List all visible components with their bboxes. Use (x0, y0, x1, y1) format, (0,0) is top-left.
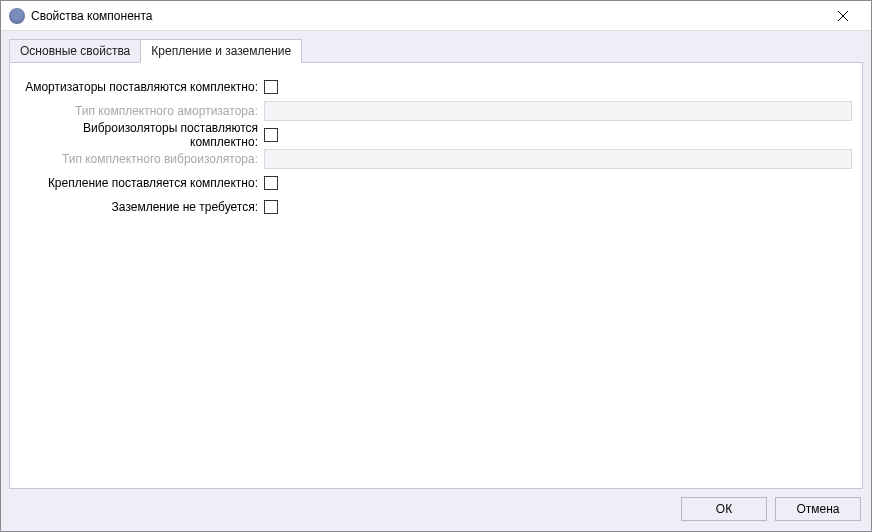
row-mounting-supplied: Крепление поставляется комплектно: (20, 171, 852, 195)
label-shock-absorbers-supplied: Амортизаторы поставляются комплектно: (20, 80, 264, 94)
checkbox-mounting-supplied[interactable] (264, 176, 278, 190)
titlebar: Свойства компонента (1, 1, 871, 31)
row-vibro-isolators-supplied: Виброизоляторы поставляются комплектно: (20, 123, 852, 147)
tab-panel: Амортизаторы поставляются комплектно: Ти… (9, 62, 863, 489)
close-button[interactable] (823, 2, 863, 30)
app-icon (9, 8, 25, 24)
label-shock-absorber-type: Тип комплектного амортизатора: (20, 104, 264, 118)
ok-button[interactable]: ОК (681, 497, 767, 521)
checkbox-shock-absorbers-supplied[interactable] (264, 80, 278, 94)
close-icon (838, 11, 848, 21)
label-vibro-isolators-supplied: Виброизоляторы поставляются комплектно: (20, 121, 264, 149)
input-vibro-isolator-type (264, 149, 852, 169)
label-vibro-isolator-type: Тип комплектного виброизолятора: (20, 152, 264, 166)
label-grounding-not-required: Заземление не требуется: (20, 200, 264, 214)
input-shock-absorber-type (264, 101, 852, 121)
tab-main-properties[interactable]: Основные свойства (9, 39, 141, 63)
row-shock-absorbers-supplied: Амортизаторы поставляются комплектно: (20, 75, 852, 99)
label-mounting-supplied: Крепление поставляется комплектно: (20, 176, 264, 190)
row-shock-absorber-type: Тип комплектного амортизатора: (20, 99, 852, 123)
checkbox-vibro-isolators-supplied[interactable] (264, 128, 278, 142)
button-bar: ОК Отмена (9, 489, 863, 523)
tabs: Основные свойства Крепление и заземление (9, 39, 863, 63)
cancel-button[interactable]: Отмена (775, 497, 861, 521)
row-vibro-isolator-type: Тип комплектного виброизолятора: (20, 147, 852, 171)
checkbox-grounding-not-required[interactable] (264, 200, 278, 214)
row-grounding-not-required: Заземление не требуется: (20, 195, 852, 219)
content-area: Основные свойства Крепление и заземление… (1, 31, 871, 531)
tab-mounting-grounding[interactable]: Крепление и заземление (140, 39, 302, 63)
window-title: Свойства компонента (31, 9, 823, 23)
